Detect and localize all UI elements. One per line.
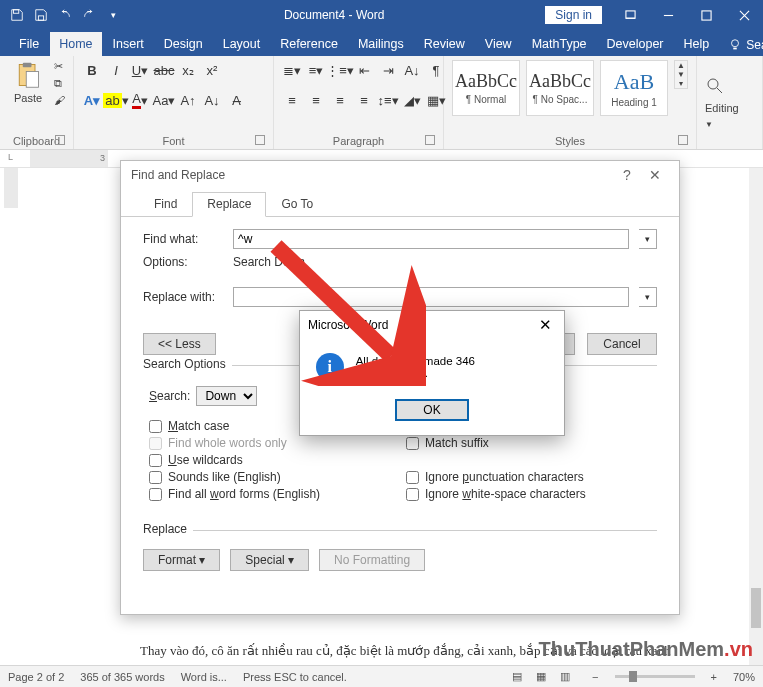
- subscript-button[interactable]: x₂: [178, 60, 198, 80]
- borders-button[interactable]: ▦▾: [426, 90, 446, 110]
- checkbox[interactable]: [406, 488, 419, 501]
- clipboard-launcher-icon[interactable]: [55, 135, 65, 145]
- tab-reference[interactable]: Reference: [271, 32, 347, 56]
- align-left-button[interactable]: ≡: [282, 90, 302, 110]
- zoom-in-button[interactable]: +: [711, 671, 717, 683]
- tab-mailings[interactable]: Mailings: [349, 32, 413, 56]
- view-web-icon[interactable]: ▥: [554, 668, 576, 686]
- checkbox[interactable]: [149, 471, 162, 484]
- font-launcher-icon[interactable]: [255, 135, 265, 145]
- cut-icon[interactable]: ✂: [54, 60, 65, 73]
- format-painter-icon[interactable]: 🖌: [54, 94, 65, 106]
- fr-tab-replace[interactable]: Replace: [192, 192, 266, 217]
- highlight-button[interactable]: ab▾: [106, 90, 126, 110]
- fr-tab-goto[interactable]: Go To: [266, 192, 328, 217]
- clear-format-button[interactable]: A̶: [226, 90, 246, 110]
- justify-button[interactable]: ≡: [354, 90, 374, 110]
- multilevel-button[interactable]: ⋮≡▾: [330, 60, 350, 80]
- checkbox[interactable]: [149, 488, 162, 501]
- decrease-indent-button[interactable]: ⇤: [354, 60, 374, 80]
- paste-button[interactable]: Paste: [8, 60, 48, 104]
- status-words[interactable]: 365 of 365 words: [80, 671, 164, 683]
- increase-indent-button[interactable]: ⇥: [378, 60, 398, 80]
- zoom-out-button[interactable]: −: [592, 671, 598, 683]
- shading-button[interactable]: ◢▾: [402, 90, 422, 110]
- shrink-font-button[interactable]: A↓: [202, 90, 222, 110]
- close-icon[interactable]: [725, 0, 763, 30]
- italic-button[interactable]: I: [106, 60, 126, 80]
- tab-home[interactable]: Home: [50, 32, 101, 56]
- checkbox[interactable]: [149, 454, 162, 467]
- less-button[interactable]: << Less: [143, 333, 216, 355]
- special-button[interactable]: Special ▾: [230, 549, 309, 571]
- save-icon[interactable]: [30, 4, 52, 26]
- strike-button[interactable]: abc: [154, 60, 174, 80]
- styles-down-icon[interactable]: ▼: [675, 70, 687, 79]
- replace-with-input[interactable]: [233, 287, 629, 307]
- ok-button[interactable]: OK: [395, 399, 468, 421]
- copy-icon[interactable]: ⧉: [54, 77, 65, 90]
- numbering-button[interactable]: ≡▾: [306, 60, 326, 80]
- line-spacing-button[interactable]: ↕≡▾: [378, 90, 398, 110]
- check-sounds-like-english-[interactable]: Sounds like (English): [149, 470, 400, 484]
- tab-developer[interactable]: Developer: [598, 32, 673, 56]
- tab-review[interactable]: Review: [415, 32, 474, 56]
- check-ignore-white-space-characters[interactable]: Ignore white-space characters: [406, 487, 657, 501]
- qat-dropdown-icon[interactable]: ▾: [102, 4, 124, 26]
- no-formatting-button[interactable]: No Formatting: [319, 549, 425, 571]
- styles-up-icon[interactable]: ▲: [675, 61, 687, 70]
- fr-tab-find[interactable]: Find: [139, 192, 192, 217]
- status-spell[interactable]: Word is...: [181, 671, 227, 683]
- check-find-all-word-forms-english-[interactable]: Find all word forms (English): [149, 487, 400, 501]
- grow-font-button[interactable]: A↑: [178, 90, 198, 110]
- tab-mathtype[interactable]: MathType: [523, 32, 596, 56]
- style-heading1[interactable]: AaBHeading 1: [600, 60, 668, 116]
- cancel-button[interactable]: Cancel: [587, 333, 657, 355]
- vertical-ruler[interactable]: [4, 168, 18, 665]
- check-use-wildcards[interactable]: Use wildcards: [149, 453, 400, 467]
- style-no-spacing[interactable]: AaBbCc¶ No Spac...: [526, 60, 594, 116]
- bold-button[interactable]: B: [82, 60, 102, 80]
- signin-button[interactable]: Sign in: [544, 5, 603, 25]
- checkbox[interactable]: [406, 437, 419, 450]
- bullets-button[interactable]: ≣▾: [282, 60, 302, 80]
- minimize-icon[interactable]: [649, 0, 687, 30]
- sort-button[interactable]: A↓: [402, 60, 422, 80]
- styles-launcher-icon[interactable]: [678, 135, 688, 145]
- editing-button[interactable]: Editing ▼: [705, 60, 763, 145]
- find-what-dropdown-icon[interactable]: ▾: [639, 229, 657, 249]
- change-case-button[interactable]: Aa▾: [154, 90, 174, 110]
- replace-with-dropdown-icon[interactable]: ▾: [639, 287, 657, 307]
- zoom-slider[interactable]: [615, 675, 695, 678]
- tab-view[interactable]: View: [476, 32, 521, 56]
- underline-button[interactable]: U▾: [130, 60, 150, 80]
- dialog-close-icon[interactable]: ✕: [641, 167, 669, 183]
- tab-design[interactable]: Design: [155, 32, 212, 56]
- autosave-icon[interactable]: [6, 4, 28, 26]
- checkbox[interactable]: [406, 471, 419, 484]
- status-page[interactable]: Page 2 of 2: [8, 671, 64, 683]
- view-print-icon[interactable]: ▦: [530, 668, 552, 686]
- check-match-suffix[interactable]: Match suffix: [406, 436, 657, 450]
- tab-file[interactable]: File: [10, 32, 48, 56]
- tell-me-search[interactable]: Search: [720, 34, 763, 56]
- tab-help[interactable]: Help: [675, 32, 719, 56]
- redo-icon[interactable]: [78, 4, 100, 26]
- zoom-value[interactable]: 70%: [733, 671, 755, 683]
- msgbox-close-icon[interactable]: ✕: [534, 316, 556, 334]
- format-button[interactable]: Format ▾: [143, 549, 220, 571]
- search-direction-select[interactable]: Down: [196, 386, 257, 406]
- undo-icon[interactable]: [54, 4, 76, 26]
- text-effects-button[interactable]: A▾: [82, 90, 102, 110]
- styles-more-icon[interactable]: ▾: [675, 79, 687, 88]
- tab-layout[interactable]: Layout: [214, 32, 270, 56]
- style-normal[interactable]: AaBbCc¶ Normal: [452, 60, 520, 116]
- paragraph-launcher-icon[interactable]: [425, 135, 435, 145]
- show-marks-button[interactable]: ¶: [426, 60, 446, 80]
- dialog-help-icon[interactable]: ?: [613, 167, 641, 183]
- tab-insert[interactable]: Insert: [104, 32, 153, 56]
- view-read-icon[interactable]: ▤: [506, 668, 528, 686]
- check-ignore-punctuation-characters[interactable]: Ignore punctuation characters: [406, 470, 657, 484]
- superscript-button[interactable]: x²: [202, 60, 222, 80]
- ribbon-options-icon[interactable]: [611, 0, 649, 30]
